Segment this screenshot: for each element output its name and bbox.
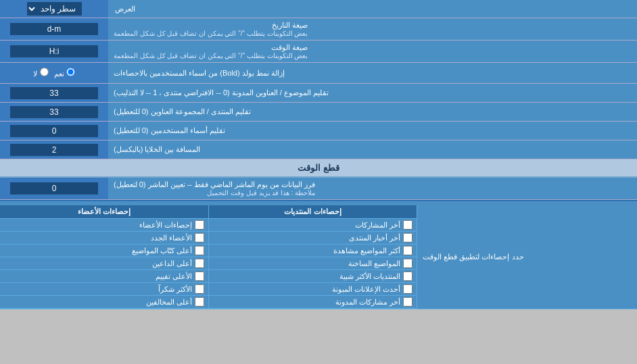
stats-forum-label-6: أخر مشاركات المدونة xyxy=(213,298,401,307)
date-format-input[interactable] xyxy=(10,23,98,35)
stats-forum-checkbox-3[interactable] xyxy=(403,259,412,268)
display-mode-label: العرض xyxy=(108,0,637,18)
stats-forum-item-2: أكثر المواضيع مشاهدة xyxy=(209,244,417,257)
time-cutoff-input-area xyxy=(0,178,108,199)
stats-forum-checkbox-2[interactable] xyxy=(403,246,412,255)
main-container: العرض سطر واحدسطرينثلاثة أسطر صيغة التار… xyxy=(0,0,637,309)
stats-member-item-1: الأعضاء الجدد xyxy=(0,232,208,244)
bold-yes-label: نعم xyxy=(54,68,75,78)
stats-member-checkbox-6[interactable] xyxy=(195,297,204,307)
bold-no-label: لا xyxy=(33,68,48,78)
date-format-label: صيغة التاريخ بعض التكوينات يتطلب "/" الت… xyxy=(108,18,637,40)
stats-member-checkbox-4[interactable] xyxy=(195,271,204,281)
stats-forum-item-4: المنتديات الأكثر شبية xyxy=(209,270,417,283)
bold-radio-group: نعم لا xyxy=(28,65,80,81)
forum-group-label: تقليم المنتدى / المجموعة العناوين (0 للت… xyxy=(108,103,637,121)
stats-member-checkbox-3[interactable] xyxy=(195,259,204,268)
stats-member-label-2: أعلى كتّاب المواضيع xyxy=(4,246,192,255)
cell-distance-row: المسافة بين الخلايا (بالبكسل) xyxy=(0,140,637,159)
forum-group-input-area xyxy=(0,103,108,121)
stats-member-label-0: إحصاءات الأعضاء xyxy=(4,221,192,230)
stats-member-checkbox-5[interactable] xyxy=(195,284,204,294)
stats-forum-label-1: أخر أخبار المنتدى xyxy=(213,234,401,242)
stats-col-members: إحصاءات الأعضاء إحصاءات الأعضاء الأعضاء … xyxy=(0,205,209,309)
stats-forum-item-1: أخر أخبار المنتدى xyxy=(209,232,417,244)
stats-forum-label-4: المنتديات الأكثر شبية xyxy=(213,272,401,281)
stats-forum-checkbox-1[interactable] xyxy=(403,233,412,242)
stats-forum-label-5: أحدث الإعلانات المبونة xyxy=(213,285,401,294)
stats-member-label-1: الأعضاء الجدد xyxy=(4,234,192,242)
bold-remove-radio-area: نعم لا xyxy=(0,63,108,83)
stats-member-label-5: الأكثر شكراً xyxy=(4,285,192,294)
usernames-row: تقليم أسماء المستخدمين (0 للتعطيل) xyxy=(0,122,637,140)
date-format-row: صيغة التاريخ بعض التكوينات يتطلب "/" الت… xyxy=(0,18,637,41)
stats-member-item-3: أعلى الداعين xyxy=(0,257,208,270)
stats-forum-item-5: أحدث الإعلانات المبونة xyxy=(209,283,417,296)
stats-member-label-6: أعلى المخالفين xyxy=(4,298,192,307)
time-cutoff-section-header: قطع الوقت xyxy=(0,159,637,178)
stats-member-label-4: الأعلى تقييم xyxy=(4,272,192,281)
stats-section: حدد إحصاءات لتطبيق قطع الوقت إحصاءات الم… xyxy=(0,200,637,309)
stats-member-item-4: الأعلى تقييم xyxy=(0,270,208,283)
stats-col2-header: إحصاءات الأعضاء xyxy=(0,205,208,219)
cell-distance-label: المسافة بين الخلايا (بالبكسل) xyxy=(108,140,637,159)
stats-member-item-0: إحصاءات الأعضاء xyxy=(0,219,208,232)
usernames-input-area xyxy=(0,122,108,140)
stats-apply-label: حدد إحصاءات لتطبيق قطع الوقت xyxy=(417,205,637,309)
bold-yes-radio[interactable] xyxy=(66,68,75,76)
subject-titles-label: تقليم الموضوع / العناوين المدونة (0 -- ا… xyxy=(108,84,637,102)
usernames-input[interactable] xyxy=(10,125,98,137)
stats-forum-checkbox-0[interactable] xyxy=(403,220,412,230)
stats-member-checkbox-2[interactable] xyxy=(195,246,204,255)
display-mode-select-area: سطر واحدسطرينثلاثة أسطر xyxy=(0,0,108,18)
stats-columns: إحصاءات المنتديات أخر المشاركات أخر أخبا… xyxy=(0,205,417,309)
stats-forum-label-0: أخر المشاركات xyxy=(213,221,401,230)
stats-col-forums: إحصاءات المنتديات أخر المشاركات أخر أخبا… xyxy=(209,205,418,309)
stats-member-checkbox-0[interactable] xyxy=(195,220,204,230)
stats-member-item-2: أعلى كتّاب المواضيع xyxy=(0,244,208,257)
cell-distance-input[interactable] xyxy=(10,144,98,156)
time-format-input-area xyxy=(0,41,108,62)
subject-titles-input-area xyxy=(0,84,108,102)
forum-group-row: تقليم المنتدى / المجموعة العناوين (0 للت… xyxy=(0,103,637,122)
stats-forum-checkbox-5[interactable] xyxy=(403,284,412,294)
time-cutoff-row: فرز البيانات من يوم الماشر الماضي فقط --… xyxy=(0,178,637,200)
stats-member-checkbox-1[interactable] xyxy=(195,233,204,242)
stats-member-item-5: الأكثر شكراً xyxy=(0,283,208,296)
stats-forum-item-3: المواضيع الساخنة xyxy=(209,257,417,270)
date-format-input-area xyxy=(0,18,108,40)
display-mode-select[interactable]: سطر واحدسطرينثلاثة أسطر xyxy=(27,2,82,16)
display-mode-row: العرض سطر واحدسطرينثلاثة أسطر xyxy=(0,0,637,18)
stats-forum-item-6: أخر مشاركات المدونة xyxy=(209,296,417,309)
time-cutoff-label: فرز البيانات من يوم الماشر الماضي فقط --… xyxy=(108,178,637,199)
stats-forum-label-3: المواضيع الساخنة xyxy=(213,259,401,268)
time-cutoff-input[interactable] xyxy=(10,182,98,194)
stats-forum-label-2: أكثر المواضيع مشاهدة xyxy=(213,246,401,255)
cell-distance-input-area xyxy=(0,140,108,159)
bold-remove-label: إزالة نمط بولد (Bold) من اسماء المستخدمي… xyxy=(108,63,637,83)
stats-forum-checkbox-6[interactable] xyxy=(403,297,412,307)
stats-member-item-6: أعلى المخالفين xyxy=(0,296,208,309)
stats-member-label-3: أعلى الداعين xyxy=(4,259,192,268)
subject-titles-input[interactable] xyxy=(10,87,98,99)
bold-no-radio[interactable] xyxy=(40,68,49,76)
time-format-label: صيغة الوقت بعض التكوينات يتطلب "/" التي … xyxy=(108,41,637,62)
time-format-row: صيغة الوقت بعض التكوينات يتطلب "/" التي … xyxy=(0,41,637,63)
stats-header-row: حدد إحصاءات لتطبيق قطع الوقت إحصاءات الم… xyxy=(0,205,637,309)
usernames-label: تقليم أسماء المستخدمين (0 للتعطيل) xyxy=(108,122,637,140)
time-format-input[interactable] xyxy=(10,45,98,57)
forum-group-input[interactable] xyxy=(10,106,98,118)
subject-titles-row: تقليم الموضوع / العناوين المدونة (0 -- ا… xyxy=(0,84,637,103)
stats-forum-item-0: أخر المشاركات xyxy=(209,219,417,232)
stats-col1-header: إحصاءات المنتديات xyxy=(209,205,417,219)
bold-remove-row: إزالة نمط بولد (Bold) من اسماء المستخدمي… xyxy=(0,63,637,84)
stats-forum-checkbox-4[interactable] xyxy=(403,271,412,281)
